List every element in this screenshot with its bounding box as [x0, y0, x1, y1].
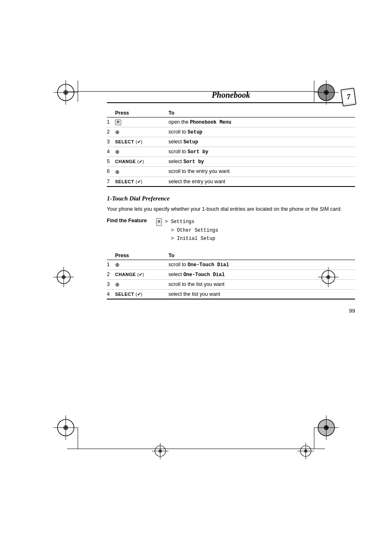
table-row: 4 SELECT (✔) select the list you want: [107, 289, 355, 299]
step-num: 5: [107, 157, 115, 167]
select-label: SELECT: [115, 292, 134, 297]
select-icon: (✔): [136, 139, 142, 144]
table-row: 1 M open the Phonebook Menu: [107, 117, 355, 127]
table1-header-to: To: [168, 109, 355, 117]
step-num: 2: [107, 127, 115, 137]
table-row: 2 CHANGE (✔) select One-Touch Dial: [107, 269, 355, 279]
to-cell: scroll to the list you want: [168, 279, 355, 289]
select-label: SELECT: [115, 179, 134, 184]
h-rule-bottom: [67, 449, 325, 449]
to-cell: select the list you want: [168, 289, 355, 299]
change-label: CHANGE: [115, 159, 136, 164]
page-title: Phonebook: [107, 90, 355, 100]
press-cell: CHANGE (✔): [115, 157, 168, 167]
press-cell: SELECT (✔): [115, 177, 168, 187]
section-body: Your phone lets you specify whether your…: [107, 205, 355, 213]
select-label: SELECT: [115, 139, 134, 144]
mono-text: One-Touch Dial: [183, 272, 225, 278]
nav-icon: ⊕: [115, 262, 120, 268]
press-cell: SELECT (✔): [115, 289, 168, 299]
to-cell: scroll to Sort by: [168, 147, 355, 157]
section-heading: 1-Touch Dial Preference: [107, 195, 355, 202]
step-num: 4: [107, 147, 115, 157]
page: Phonebook 7 Press To: [0, 0, 392, 555]
press-cell: CHANGE (✔): [115, 269, 168, 279]
press-cell: ⊕: [115, 147, 168, 157]
find-feature-block: Find the Feature M > Settings > Other Se…: [107, 218, 355, 243]
find-feature-label: Find the Feature: [107, 218, 156, 243]
reg-mark-bottom-center-left: [152, 443, 168, 461]
step-num: 7: [107, 177, 115, 187]
step-num: 4: [107, 289, 115, 299]
mono-text: Sort by: [188, 149, 208, 155]
select-icon: (✔): [136, 179, 142, 184]
corner-mark-br: [314, 415, 339, 440]
mono-text: Setup: [188, 129, 203, 135]
table1-header-press: Press: [115, 109, 168, 117]
table-row: 3 SELECT (✔) select Setup: [107, 137, 355, 147]
change-icon: (✔): [137, 159, 144, 164]
step-num: 2: [107, 269, 115, 279]
change-icon: (✔): [137, 272, 144, 277]
to-cell: scroll to Setup: [168, 127, 355, 137]
step-num: 6: [107, 167, 115, 177]
press-cell: ⊕: [115, 127, 168, 137]
table2: Press To 1 ⊕ scroll to One-Touch Dial 2 …: [107, 251, 355, 299]
table-row: 6 ⊕ scroll to the entry you want: [107, 167, 355, 177]
mono-text: One-Touch Dial: [188, 262, 229, 268]
path-settings: Settings: [171, 219, 195, 225]
mono-text: Setup: [183, 139, 198, 145]
path-other-settings: Other Settings: [177, 228, 218, 233]
m-icon-path: M: [156, 218, 162, 226]
step-num: 1: [107, 117, 115, 127]
to-cell: select the entry you want: [168, 177, 355, 187]
table2-header-to: To: [168, 251, 355, 260]
to-cell: scroll to One-Touch Dial: [168, 260, 355, 269]
press-cell: ⊕: [115, 279, 168, 289]
change-label: CHANGE: [115, 272, 136, 277]
page-number: 99: [349, 308, 355, 314]
corner-mark-tl: [53, 80, 78, 105]
mono-text: Sort by: [183, 159, 204, 165]
table-row: 5 CHANGE (✔) select Sort by: [107, 157, 355, 167]
page-number-row: 99: [107, 308, 355, 314]
table-row: 3 ⊕ scroll to the list you want: [107, 279, 355, 289]
reg-mark-left-mid: [53, 267, 74, 288]
to-cell: scroll to the entry you want: [168, 167, 355, 177]
press-cell: M: [115, 117, 168, 127]
m-button-icon: M: [115, 120, 121, 125]
path-initial-setup: Initial Setup: [177, 236, 215, 242]
corner-mark-bl: [53, 415, 78, 440]
press-cell: SELECT (✔): [115, 137, 168, 147]
nav-icon: ⊕: [115, 149, 120, 155]
step-num: 1: [107, 260, 115, 269]
find-feature-path: M > Settings > Other Settings > Initial …: [156, 218, 218, 243]
mono-text: Phonebook Menu: [190, 120, 231, 125]
table-row: 1 ⊕ scroll to One-Touch Dial: [107, 260, 355, 269]
nav-icon: ⊕: [115, 129, 120, 135]
nav-icon: ⊕: [115, 169, 120, 175]
page-title-row: Phonebook 7: [107, 90, 355, 103]
to-cell: select One-Touch Dial: [168, 269, 355, 279]
phonebook-icon: 7: [339, 86, 359, 107]
path-line2: > Other Settings: [156, 226, 218, 235]
table2-header-press: Press: [115, 251, 168, 260]
path-line3: > Initial Setup: [156, 235, 218, 243]
table1-header-blank: [107, 109, 115, 117]
table2-header-blank: [107, 251, 115, 260]
table-row: 4 ⊕ scroll to Sort by: [107, 147, 355, 157]
reg-mark-bottom-center-right: [297, 443, 314, 461]
step-num: 3: [107, 279, 115, 289]
to-cell: select Sort by: [168, 157, 355, 167]
table-row: 7 SELECT (✔) select the entry you want: [107, 177, 355, 187]
press-cell: ⊕: [115, 260, 168, 269]
select-icon: (✔): [136, 292, 142, 297]
content-area: Phonebook 7 Press To: [107, 90, 355, 314]
step-num: 3: [107, 137, 115, 147]
press-cell: ⊕: [115, 167, 168, 177]
to-cell: open the Phonebook Menu: [168, 117, 355, 127]
table-row: 2 ⊕ scroll to Setup: [107, 127, 355, 137]
table1: Press To 1 M open the Phonebook Menu 2 ⊕…: [107, 109, 355, 187]
path-line1: M > Settings: [156, 218, 218, 226]
to-cell: select Setup: [168, 137, 355, 147]
